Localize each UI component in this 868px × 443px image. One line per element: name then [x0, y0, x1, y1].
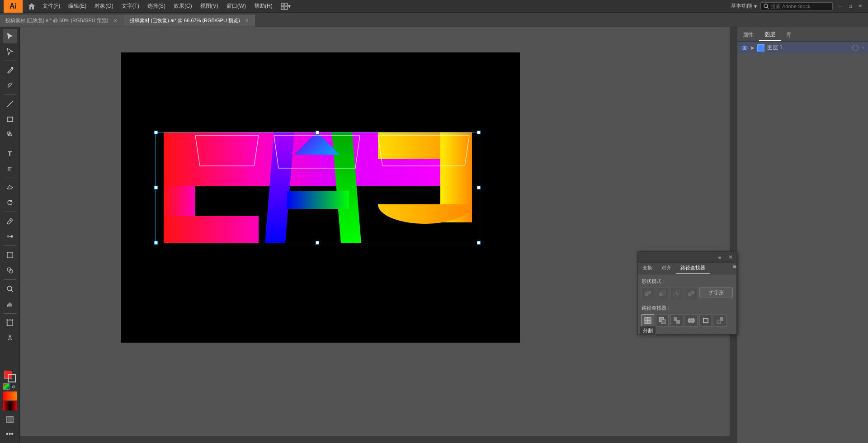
svg-rect-55 [662, 291, 665, 294]
tool-separator-6 [4, 245, 16, 246]
rotate-tool[interactable] [3, 195, 17, 210]
menu-file[interactable]: 文件(F) [39, 0, 64, 13]
pf-tab-transform[interactable]: 变换 [638, 263, 657, 274]
shape-exclude-button[interactable] [685, 287, 698, 300]
menu-help[interactable]: 帮助(H) [250, 0, 276, 13]
arrange-menu[interactable]: ▾ [277, 0, 294, 13]
tab-bar: 投稿素材 [已恢复].ai* @ 50% (RGB/GPU 预览) ✕ 投稿素材… [0, 13, 868, 27]
search-input[interactable] [771, 4, 825, 9]
stroke-color[interactable] [8, 374, 16, 382]
pathfinder-label: 路径查找器： [642, 305, 733, 311]
restore-button[interactable]: □ [846, 2, 854, 10]
shaper-tool[interactable] [3, 127, 17, 142]
artboard-tool[interactable] [3, 316, 17, 330]
tool-separator-7 [4, 279, 16, 280]
color-mode[interactable] [3, 383, 9, 390]
direct-select-tool[interactable] [3, 44, 17, 59]
shape-builder-tool[interactable] [3, 263, 17, 278]
layer-visibility-toggle[interactable] [741, 44, 748, 52]
pf-tab-pathfinder[interactable]: 路径查找器 [676, 263, 710, 274]
pen-tool[interactable] [3, 63, 17, 77]
eraser-tool[interactable] [3, 180, 17, 194]
touch-type-tool[interactable] [3, 161, 17, 176]
scroll-bottom[interactable] [20, 436, 730, 443]
layer-name: 图层 1 [767, 44, 849, 52]
more-tools[interactable]: ••• [3, 427, 17, 441]
layer-target[interactable]: ○ [861, 45, 864, 51]
none-color[interactable]: ⊘ [10, 383, 17, 390]
pf-minus-back-button[interactable] [714, 314, 726, 327]
pf-trim-button[interactable] [656, 314, 669, 327]
scroll-corner [730, 436, 737, 443]
artboard [121, 52, 520, 343]
tool-separator-3 [4, 144, 16, 144]
menu-window[interactable]: 窗口(W) [223, 0, 250, 13]
scroll-right[interactable] [730, 27, 737, 436]
free-transform-tool[interactable] [3, 248, 17, 262]
tool-separator-1 [4, 61, 16, 61]
pf-body: 形状模式： [638, 274, 736, 334]
layer-expand[interactable]: ▶ [751, 45, 755, 50]
tab-library[interactable]: 库 [781, 28, 797, 41]
rectangle-tool[interactable] [3, 112, 17, 127]
menu-select[interactable]: 选择(S) [144, 0, 169, 13]
hand-tool[interactable] [3, 297, 17, 311]
line-tool[interactable] [3, 97, 17, 111]
type-tool[interactable]: T [3, 146, 17, 160]
layer-options[interactable] [852, 45, 859, 51]
color-mode-icons: ⊘ [3, 383, 17, 390]
menu-object[interactable]: 对象(O) [91, 0, 117, 13]
home-button[interactable] [25, 0, 38, 13]
tab-layers[interactable]: 图层 [759, 28, 781, 41]
tool-separator-5 [4, 212, 16, 212]
pf-menu-button[interactable]: ≡ [733, 263, 736, 274]
minimize-button[interactable]: ─ [836, 2, 844, 10]
close-button[interactable]: ✕ [856, 2, 864, 10]
tab-properties[interactable]: 属性 [737, 28, 759, 41]
tab-2-close[interactable]: ✕ [244, 18, 250, 24]
pf-divide-button[interactable]: 分割 [642, 314, 654, 327]
selection-tool[interactable] [3, 29, 17, 43]
left-toolbar: T [0, 27, 20, 443]
svg-rect-70 [688, 320, 694, 321]
layer-item-1[interactable]: ▶ 图层 1 ○ [737, 42, 868, 54]
color-strip[interactable] [3, 391, 17, 401]
tab-1[interactable]: 投稿素材 [已恢复].ai* @ 50% (RGB/GPU 预览) ✕ [0, 14, 124, 27]
menu-edit[interactable]: 编辑(E) [65, 0, 90, 13]
canvas-area[interactable] [20, 27, 737, 443]
pathfinder-titlebar[interactable]: ≡ ✕ [638, 252, 736, 263]
search-icon [764, 4, 769, 9]
shape-apply-button[interactable]: 扩字形 [699, 287, 733, 297]
puppet-warp-tool[interactable] [3, 331, 17, 345]
window-controls: ─ □ ✕ [836, 2, 864, 10]
tab-2[interactable]: 投稿素材 (已恢复).ai* @ 66.67% (RGB/GPU 预览) ✕ [124, 14, 256, 27]
pf-close-button[interactable]: ✕ [728, 254, 733, 260]
eyedropper-tool[interactable] [3, 214, 17, 228]
svg-point-11 [7, 236, 9, 237]
menu-type[interactable]: 文字(T) [118, 0, 143, 13]
pf-tab-align[interactable]: 对齐 [657, 263, 676, 274]
shape-intersect-button[interactable] [670, 287, 683, 300]
art-bg [156, 132, 479, 243]
shape-mode-buttons: 扩字形 [642, 287, 733, 301]
pf-merge-button[interactable] [670, 314, 683, 327]
pf-crop-button[interactable] [685, 314, 698, 327]
shape-minus-front-button[interactable] [656, 287, 669, 300]
pf-outline-button[interactable] [699, 314, 712, 327]
shape-mode-label: 形状模式： [642, 278, 733, 285]
pf-collapse-button[interactable]: ≡ [718, 254, 721, 260]
tab-1-close[interactable]: ✕ [112, 18, 118, 24]
color-strip-2[interactable] [3, 401, 17, 410]
blob-brush-tool[interactable] [3, 78, 17, 93]
menu-effect[interactable]: 效果(C) [170, 0, 196, 13]
menu-view[interactable]: 视图(V) [197, 0, 222, 13]
blend-tool[interactable] [3, 229, 17, 244]
zoom-tool[interactable] [3, 282, 17, 296]
workspace-selector[interactable]: 基本功能 ▾ [731, 2, 757, 10]
shape-unite-button[interactable] [642, 287, 654, 300]
letter-L-horiz [164, 216, 259, 243]
screen-mode-tool[interactable] [3, 412, 17, 427]
svg-rect-53 [647, 291, 651, 294]
artwork [156, 132, 479, 243]
svg-rect-28 [8, 417, 12, 422]
